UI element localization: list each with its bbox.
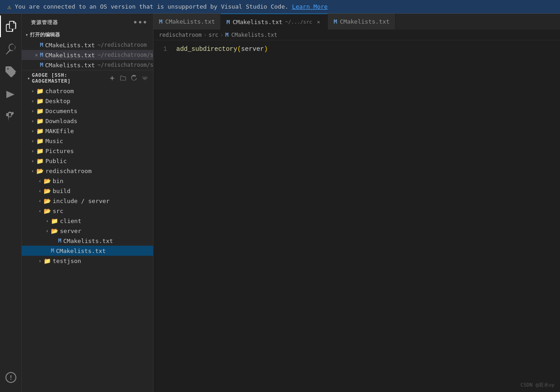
folder-pictures[interactable]: › 📁 Pictures — [22, 146, 153, 156]
breadcrumb: redischatroom › src › M CMakelists.txt — [154, 30, 560, 40]
documents-label: Documents — [45, 108, 77, 114]
folder-documents[interactable]: › 📁 Documents — [22, 106, 153, 116]
cmakelists-server-name: CMakelists.txt — [63, 238, 113, 244]
sidebar: 资源管理器 ••• ▾ 打开的编辑器 M CMakeLists.txt ~/re… — [22, 14, 154, 392]
new-folder-btn[interactable] — [119, 74, 128, 83]
open-editors-title[interactable]: ▾ 打开的编辑器 — [22, 30, 153, 40]
folder-header-actions — [108, 74, 149, 83]
folder-chatroom[interactable]: › 📁 chatroom — [22, 86, 153, 96]
code-paren-open: ( — [237, 45, 241, 53]
folder-build[interactable]: ‹ 📂 build — [22, 186, 153, 196]
open-file-2[interactable]: ✕ M CMakelists.txt ~/redischatroom/src — [22, 50, 153, 60]
open-file-3[interactable]: M CMakelists.txt ~/redischatroom/src/ser… — [22, 60, 153, 70]
warning-icon: ⚠ — [7, 3, 11, 10]
downloads-arrow: › — [29, 119, 36, 124]
folder-client[interactable]: › 📁 client — [22, 216, 153, 226]
open-editors-arrow: ▾ — [25, 32, 28, 37]
open-editors-label: 打开的编辑器 — [30, 31, 60, 38]
more-icon[interactable]: ••• — [133, 18, 148, 27]
folder-open-icon: 📂 — [44, 198, 51, 204]
open-file-1-path: ~/redischatroom — [98, 42, 147, 48]
folder-public[interactable]: › 📁 Public — [22, 156, 153, 166]
activity-explorer[interactable] — [0, 15, 22, 37]
folder-icon: 📁 — [36, 88, 44, 94]
folder-icon: 📁 — [36, 158, 44, 164]
notification-bar: ⚠ You are connected to an OS version tha… — [0, 0, 560, 14]
cmakelists-src-name: CMakelists.txt — [56, 248, 106, 254]
redischatroom-label: redischatroom — [45, 168, 92, 174]
include-arrow: ‹ — [36, 198, 44, 203]
sidebar-header-actions: ••• — [133, 18, 148, 27]
activity-search[interactable] — [0, 38, 22, 60]
tab-2-close[interactable]: ✕ — [315, 18, 322, 25]
activity-source-control[interactable] — [0, 61, 22, 83]
file-cmakelists-server[interactable]: M CMakelists.txt — [22, 236, 153, 246]
include-label: include / server — [53, 198, 109, 204]
folder-src[interactable]: ‹ 📂 src — [22, 206, 153, 216]
folder-icon: 📁 — [36, 148, 44, 154]
tab-1[interactable]: M CMakeLists.txt — [154, 14, 221, 30]
folder-bin[interactable]: ‹ 📂 bin — [22, 176, 153, 186]
activity-extensions[interactable] — [0, 106, 22, 128]
open-file-1-name: CMakeLists.txt — [45, 42, 95, 49]
open-file-1[interactable]: M CMakeLists.txt ~/redischatroom — [22, 40, 153, 50]
folder-section: ▾ GAOGE [SSH: GAOGEMASTER] — [22, 70, 153, 266]
documents-arrow: › — [29, 109, 36, 114]
server-label: server — [60, 228, 81, 234]
code-func: add_subdirectory — [176, 45, 237, 53]
tab-3[interactable]: M CMakelists.txt — [328, 14, 395, 30]
learn-more-link[interactable]: Learn More — [292, 3, 327, 10]
makefile-label: MAKEfile — [45, 128, 74, 134]
extensions-icon — [5, 112, 16, 123]
folder-server[interactable]: ‹ 📂 server — [22, 226, 153, 236]
search-icon — [5, 44, 16, 55]
code-content-1: add_subdirectory(server) — [176, 44, 268, 54]
folder-redischatroom[interactable]: ‹ 📂 redischatroom — [22, 166, 153, 176]
new-file-btn[interactable] — [108, 74, 117, 83]
open-file-3-path: ~/redischatroom/src/server — [98, 62, 153, 68]
folder-icon: 📁 — [36, 108, 44, 114]
breadcrumb-part-2[interactable]: src — [208, 32, 218, 38]
open-file-2-name: CMakelists.txt — [45, 52, 95, 59]
folder-icon: 📁 — [36, 128, 44, 134]
folder-open-icon: 📂 — [44, 178, 51, 184]
folder-title: GAOGE [SSH: GAOGEMASTER] — [32, 72, 108, 84]
file-cmakelists-src-active[interactable]: M CMakelists.txt — [22, 246, 153, 256]
public-label: Public — [45, 158, 67, 164]
breadcrumb-part-1[interactable]: redischatroom — [159, 32, 202, 38]
folder-header[interactable]: ▾ GAOGE [SSH: GAOGEMASTER] — [22, 70, 153, 86]
activity-remote-explorer[interactable] — [0, 367, 22, 388]
folder-desktop[interactable]: › 📁 Desktop — [22, 96, 153, 106]
folder-makefile[interactable]: › 📁 MAKEfile — [22, 126, 153, 136]
chatroom-label: chatroom — [45, 88, 74, 94]
editor-content[interactable]: 1 add_subdirectory(server) — [154, 40, 560, 392]
activity-run-debug[interactable] — [0, 84, 22, 105]
refresh-btn[interactable] — [129, 74, 139, 83]
bin-label: bin — [53, 178, 63, 184]
redischatroom-arrow: ‹ — [29, 169, 36, 174]
breadcrumb-m-icon: M — [225, 32, 228, 38]
m-icon-src: M — [51, 248, 54, 254]
code-paren-close: ) — [264, 45, 268, 53]
folder-arrow: ▾ — [27, 76, 30, 81]
tab-2[interactable]: M CMakelists.txt ~/.../src ✕ — [221, 14, 328, 30]
folder-downloads[interactable]: › 📁 Downloads — [22, 116, 153, 126]
sep-1: › — [203, 32, 207, 38]
collapse-btn[interactable] — [140, 74, 149, 83]
tab-3-m-icon: M — [333, 18, 337, 25]
m-icon-server: M — [58, 238, 61, 244]
breadcrumb-part-3[interactable]: CMakelists.txt — [231, 32, 277, 38]
folder-testjson[interactable]: › 📁 testjson — [22, 256, 153, 266]
folder-music[interactable]: › 📁 Music — [22, 136, 153, 146]
close-x-icon[interactable]: ✕ — [33, 52, 40, 58]
public-arrow: › — [29, 159, 36, 164]
activity-bar — [0, 14, 22, 392]
tab-3-title: CMakelists.txt — [340, 18, 390, 25]
folder-include-server[interactable]: ‹ 📂 include / server — [22, 196, 153, 206]
sidebar-header: 资源管理器 ••• — [22, 14, 153, 30]
open-file-2-path: ~/redischatroom/src — [98, 52, 153, 58]
folder-icon: 📁 — [36, 118, 44, 124]
chatroom-arrow: › — [29, 89, 36, 94]
folder-icon: 📁 — [36, 98, 44, 104]
testjson-label: testjson — [53, 258, 81, 264]
